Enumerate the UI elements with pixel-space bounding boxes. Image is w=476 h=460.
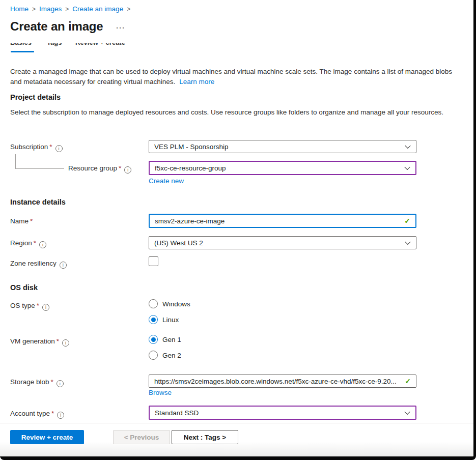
vm-generation-label: VM generation*i: [10, 337, 69, 347]
zone-resiliency-label: Zone resiliencyi: [10, 260, 67, 269]
account-type-label-text: Account type: [10, 410, 50, 417]
info-icon[interactable]: i: [55, 145, 63, 152]
required-marker: *: [37, 302, 39, 309]
info-icon[interactable]: i: [42, 304, 49, 311]
breadcrumb-images[interactable]: Images: [39, 5, 62, 13]
breadcrumb: Home>Images>Create an image>: [10, 5, 134, 13]
more-options-icon[interactable]: ···: [116, 23, 125, 32]
name-label-text: Name: [10, 217, 29, 225]
chevron-down-icon: [405, 143, 410, 149]
radio-option-gen1[interactable]: Gen 1: [149, 334, 181, 344]
radio-selected-icon: [149, 335, 158, 344]
zone-resiliency-label-text: Zone resiliency: [10, 260, 57, 267]
breadcrumb-separator: >: [127, 6, 130, 13]
required-marker: *: [30, 217, 33, 225]
radio-option-label: Gen 1: [162, 336, 181, 343]
storage-blob-input[interactable]: https://smsv2ceimages.blob.core.windows.…: [149, 375, 416, 388]
section-heading-instance-details: Instance details: [10, 198, 66, 206]
subscription-dropdown[interactable]: VES PLM - Sponsorship: [149, 140, 416, 153]
create-new-link[interactable]: Create new: [149, 177, 184, 185]
radio-option-label: Gen 2: [162, 352, 181, 359]
region-dropdown[interactable]: (US) West US 2: [149, 236, 416, 249]
storage-blob-label: Storage blob*i: [10, 378, 64, 387]
breadcrumb-create-an-image[interactable]: Create an image: [72, 5, 123, 13]
tab-tags[interactable]: Tags: [47, 43, 62, 46]
info-icon[interactable]: i: [57, 412, 64, 419]
account-type-label: Account type*i: [10, 410, 64, 419]
next-tags-button[interactable]: Next : Tags >: [172, 430, 238, 444]
vm-generation-label-text: VM generation: [10, 337, 55, 345]
tab-bar: Basics Tags Review + create: [10, 43, 214, 50]
previous-button[interactable]: < Previous: [113, 430, 170, 444]
active-tab-underline: [11, 51, 34, 52]
info-icon[interactable]: i: [39, 241, 46, 248]
valid-check-icon: ✓: [404, 217, 410, 225]
create-image-page: Home>Images>Create an image> Create an i…: [0, 0, 476, 460]
section-heading-project-details: Project details: [10, 93, 61, 101]
section-heading-os-disk: OS disk: [10, 283, 38, 292]
required-marker: *: [51, 410, 54, 417]
storage-blob-value: https://smsv2ceimages.blob.core.windows.…: [154, 378, 397, 385]
required-marker: *: [119, 164, 121, 172]
account-type-value: Standard SSD: [155, 409, 199, 417]
vm-generation-radio-group: Gen 1 Gen 2: [149, 334, 181, 366]
name-input[interactable]: smsv2-azure-ce-image ✓: [149, 214, 416, 228]
chevron-down-icon: [405, 239, 410, 245]
browse-link[interactable]: Browse: [149, 389, 172, 396]
review-create-button[interactable]: Review + create: [10, 430, 84, 444]
project-details-description: Select the subscription to manage deploy…: [10, 107, 460, 118]
radio-selected-icon: [149, 315, 158, 324]
os-type-label-text: OS type: [10, 302, 35, 309]
subscription-label: Subscription*i: [10, 143, 63, 152]
subscription-value: VES PLM - Sponsorship: [154, 143, 229, 151]
required-marker: *: [57, 337, 59, 345]
breadcrumb-separator: >: [32, 6, 36, 13]
os-type-label: OS type*i: [10, 302, 49, 311]
radio-option-linux[interactable]: Linux: [149, 314, 190, 325]
radio-option-gen2[interactable]: Gen 2: [149, 350, 181, 360]
info-icon[interactable]: i: [62, 339, 69, 347]
chevron-down-icon: [404, 409, 410, 415]
chevron-down-icon: [404, 164, 410, 170]
intro-text: Create a managed image that can be used …: [10, 67, 460, 87]
radio-option-label: Linux: [162, 316, 179, 324]
resource-group-label: Resource group*i: [68, 164, 131, 174]
breadcrumb-home[interactable]: Home: [10, 5, 29, 13]
info-icon[interactable]: i: [124, 166, 131, 174]
breadcrumb-separator: >: [65, 6, 69, 13]
account-type-dropdown[interactable]: Standard SSD: [149, 406, 416, 420]
valid-check-icon: ✓: [405, 377, 411, 385]
os-type-radio-group: Windows Linux: [149, 299, 190, 330]
resource-group-value: f5xc-ce-resource-group: [155, 164, 226, 172]
region-value: (US) West US 2: [154, 239, 203, 247]
name-label: Name*: [10, 217, 33, 225]
required-marker: *: [51, 378, 53, 386]
storage-blob-label-text: Storage blob: [10, 378, 49, 386]
subscription-label-text: Subscription: [10, 143, 48, 151]
info-icon[interactable]: i: [60, 262, 67, 269]
resource-group-label-text: Resource group: [68, 164, 117, 172]
tab-basics[interactable]: Basics: [10, 43, 34, 46]
info-icon[interactable]: i: [57, 380, 64, 387]
resource-group-connector-line: [15, 154, 64, 169]
radio-option-windows[interactable]: Windows: [149, 299, 190, 309]
zone-resiliency-checkbox[interactable]: [149, 256, 158, 266]
page-title: Create an image: [10, 19, 103, 34]
resource-group-dropdown[interactable]: f5xc-ce-resource-group: [149, 161, 416, 175]
radio-icon: [149, 351, 158, 360]
radio-icon: [149, 299, 158, 308]
name-value: smsv2-azure-ce-image: [155, 217, 225, 225]
wizard-footer: Review + create < Previous Next : Tags >: [0, 423, 473, 456]
required-marker: *: [34, 239, 36, 247]
required-marker: *: [49, 143, 52, 151]
radio-option-label: Windows: [162, 300, 190, 308]
region-label-text: Region: [10, 239, 32, 247]
region-label: Region*i: [10, 239, 46, 248]
intro-body: Create a managed image that can be used …: [10, 68, 452, 85]
tab-review-create[interactable]: Review + create: [75, 43, 125, 46]
learn-more-link[interactable]: Learn more: [179, 78, 214, 85]
